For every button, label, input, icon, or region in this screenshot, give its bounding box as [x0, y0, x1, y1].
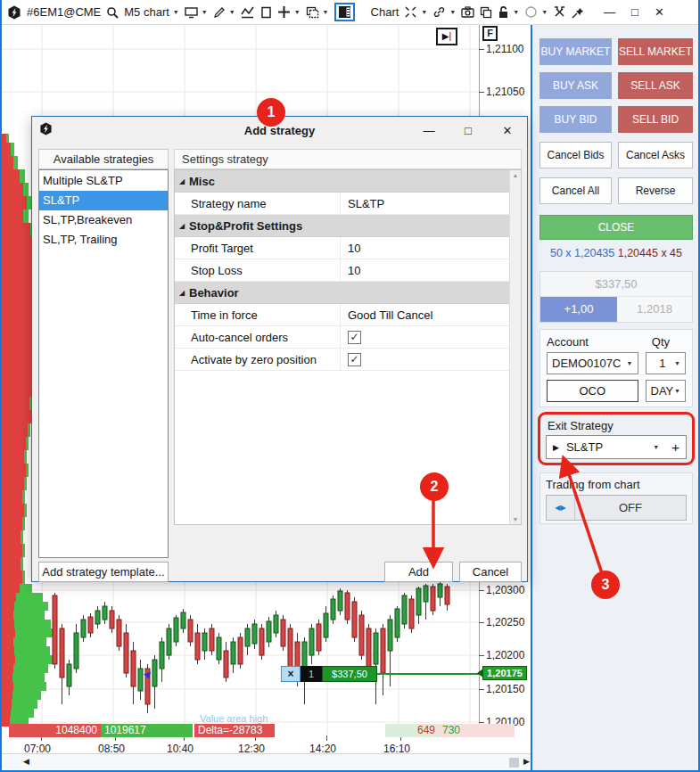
close-position-button[interactable]: ×	[281, 666, 301, 682]
lock-dropdown[interactable]: ▼	[498, 5, 519, 19]
strategy-list[interactable]: Multiple SL&TPSL&TPSL,TP,BreakevenSL,TP,…	[38, 169, 169, 558]
scroll-down-icon[interactable]: ▼	[510, 516, 521, 522]
settings-row: Activate by zero position✓	[175, 349, 521, 371]
volume-stat-bar: Delta=-28783	[194, 724, 275, 737]
crosshair-dropdown[interactable]: ▼	[404, 5, 427, 19]
volume-stat-bar: 730	[439, 724, 515, 737]
exit-strategy-select[interactable]: ▶ SL&TP ▼ +	[546, 435, 687, 459]
volume-stat-bar: 1019617	[101, 724, 193, 737]
chart-horizontal-scrollbar[interactable]: ◀ ▶	[2, 753, 531, 769]
cancel-bids-button[interactable]: Cancel Bids	[539, 142, 612, 168]
trading-from-chart-toggle[interactable]: ◀▶ OFF	[546, 495, 687, 521]
search-icon[interactable]	[106, 6, 119, 19]
settings-row: Auto-cancel orders✓	[175, 326, 521, 349]
pencil-icon	[213, 6, 226, 19]
pin-icon[interactable]	[572, 6, 586, 19]
circle-icon	[524, 5, 538, 19]
price-label: 1,20300	[486, 584, 524, 596]
change-value[interactable]: +1,00	[540, 297, 617, 322]
timeframe-dropdown[interactable]: M5 chart▼	[124, 5, 179, 19]
checkbox[interactable]: ✓	[348, 331, 361, 344]
settings-group-row[interactable]: ◢Misc	[175, 170, 521, 193]
settings-label: Activate by zero position	[175, 349, 341, 370]
settings-value[interactable]: 10	[341, 237, 521, 259]
checkbox[interactable]: ✓	[348, 353, 361, 366]
window-close-button[interactable]: ✕	[655, 5, 664, 19]
strategy-list-item[interactable]: SL,TP,Breakeven	[39, 210, 168, 230]
buy-bid-button[interactable]: BUY BID	[539, 106, 612, 133]
tif-select[interactable]: DAY▼	[646, 380, 687, 402]
left-right-arrows-icon: ◀▶	[547, 496, 575, 520]
volume-stat-bar: 1048400	[9, 724, 101, 737]
layers-dropdown[interactable]: ▼	[306, 6, 329, 19]
price-tick	[479, 92, 484, 93]
sell-bid-button[interactable]: SELL BID	[618, 106, 693, 133]
dialog-title: Add strategy	[32, 124, 527, 137]
oco-button[interactable]: OCO	[547, 380, 638, 402]
window-minimize-button[interactable]: —	[604, 5, 615, 19]
scroll-thumb[interactable]	[509, 758, 519, 768]
collapse-icon[interactable]: ◢	[175, 215, 189, 236]
dom-trader-toggle[interactable]	[334, 3, 355, 21]
price-tick	[479, 590, 484, 591]
shape-dropdown[interactable]: ▼	[524, 5, 548, 19]
chevron-down-icon[interactable]: ▼	[653, 444, 659, 450]
cancel-button[interactable]: Cancel	[459, 562, 522, 582]
draw-dropdown[interactable]: ▼	[213, 6, 235, 19]
settings-value[interactable]: Good Till Cancel	[341, 304, 521, 325]
account-select[interactable]: DEMO0107C▼	[547, 352, 638, 374]
add-dropdown[interactable]: ▼	[277, 5, 301, 19]
scroll-left-icon[interactable]: ◀	[23, 757, 29, 766]
strategy-list-item[interactable]: Multiple SL&TP	[39, 171, 168, 191]
close-position-panel-button[interactable]: CLOSE	[539, 215, 693, 240]
window-maximize-button[interactable]: □	[631, 5, 638, 19]
trading-from-chart-label: Trading from chart	[546, 478, 687, 491]
qty-select[interactable]: 1▼	[646, 352, 686, 374]
add-strategy-template-button[interactable]: Add strategy template...	[38, 562, 169, 582]
strategy-list-item[interactable]: SL&TP	[39, 191, 168, 210]
toolbar: #6EM1@CME M5 chart▼ ▼ ▼ ▼ ▼ Chart	[2, 0, 698, 25]
pnl-value: $337,50	[540, 272, 692, 297]
scroll-right-icon[interactable]: ▶	[523, 757, 530, 766]
sell-ask-button[interactable]: SELL ASK	[618, 72, 693, 99]
add-strategy-icon[interactable]: +	[671, 439, 679, 455]
settings-value[interactable]: 10	[341, 259, 521, 281]
settings-scrollbar[interactable]: ▲ ▼	[509, 170, 521, 524]
ask-quote: 1,20445 x 45	[618, 247, 682, 259]
buy-market-button[interactable]: BUY MARKET	[539, 38, 612, 65]
settings-label: Time in force	[175, 304, 341, 325]
price-label: 1,20150	[486, 683, 524, 695]
buy-ask-button[interactable]: BUY ASK	[539, 72, 612, 99]
settings-value[interactable]: SL&TP	[341, 193, 521, 214]
go-to-last-bar-button[interactable]: ▶|	[436, 28, 457, 45]
cancel-asks-button[interactable]: Cancel Asks	[618, 142, 693, 168]
collapse-icon[interactable]: ◢	[175, 170, 189, 192]
symbol-label[interactable]: #6EM1@CME	[27, 5, 101, 19]
trend-icon[interactable]	[241, 6, 255, 19]
link-dropdown[interactable]: ▼	[432, 5, 456, 19]
sell-market-button[interactable]: SELL MARKET	[618, 38, 693, 65]
reverse-button[interactable]: Reverse	[618, 177, 693, 204]
copy-icon[interactable]	[480, 6, 492, 19]
price-label: 1,21050	[486, 86, 524, 98]
settings-grid: ◢MiscStrategy nameSL&TP◢Stop&Profit Sett…	[174, 169, 522, 525]
object-icon[interactable]	[260, 6, 272, 19]
camera-icon[interactable]	[461, 6, 474, 18]
tools-icon[interactable]	[553, 5, 566, 19]
scroll-up-icon[interactable]: ▲	[510, 172, 521, 178]
collapse-icon[interactable]: ◢	[175, 282, 189, 303]
add-button[interactable]: Add	[384, 562, 453, 582]
settings-group-row[interactable]: ◢Behavior	[175, 282, 521, 304]
step1-badge: 1	[257, 98, 285, 127]
settings-group-row[interactable]: ◢Stop&Profit Settings	[175, 215, 521, 237]
exit-strategy-section: Exit Strategy ▶ SL&TP ▼ +	[538, 412, 695, 465]
strategy-list-item[interactable]: SL,TP, Trailing	[39, 230, 168, 250]
panels-dropdown[interactable]: ▼	[185, 6, 208, 19]
cancel-all-button[interactable]: Cancel All	[539, 177, 612, 204]
run-strategy-icon[interactable]: ▶	[553, 443, 559, 452]
quote-line: 50 x 1,20435 1,20445 x 45	[532, 247, 700, 259]
price-label: 1,20200	[486, 649, 524, 661]
value-area-high-label: Value area high	[200, 713, 268, 724]
exit-strategy-label: Exit Strategy	[548, 419, 687, 432]
position-pnl-badge[interactable]: $337,50	[322, 666, 377, 682]
